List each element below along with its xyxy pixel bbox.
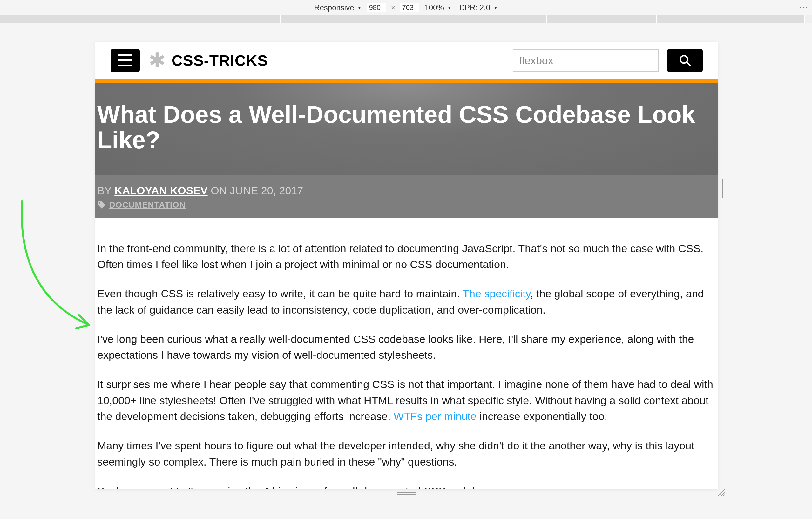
article-meta: BY KALOYAN KOSEV ON JUNE 20, 2017 DOCUME… [95, 175, 718, 218]
simulated-page: ✱ CSS-TRICKS What Does a Well-Documented… [95, 42, 718, 489]
dpr-dropdown[interactable]: DPR: 2.0 [457, 3, 500, 13]
annotation-arrow [13, 198, 102, 347]
viewport-area: ✱ CSS-TRICKS What Does a Well-Documented… [0, 23, 812, 519]
viewport-height-input[interactable]: 703 [400, 3, 419, 12]
more-options-icon[interactable]: ⋮ [799, 3, 808, 12]
ruler [0, 15, 812, 23]
svg-line-1 [687, 62, 690, 66]
resize-handle-corner[interactable] [717, 488, 726, 497]
asterisk-icon: ✱ [149, 50, 166, 71]
wtfs-link[interactable]: WTFs per minute [394, 410, 476, 422]
menu-button[interactable] [111, 49, 140, 72]
author-link[interactable]: KALOYAN KOSEV [114, 185, 207, 196]
site-header: ✱ CSS-TRICKS [95, 42, 718, 79]
devtools-toolbar: Responsive 980 × 703 100% DPR: 2.0 ⋮ [0, 0, 812, 15]
accent-bar [95, 79, 718, 83]
article-title: What Does a Well-Documented CSS Codebase… [95, 102, 718, 153]
svg-point-2 [99, 202, 100, 203]
hero: What Does a Well-Documented CSS Codebase… [95, 83, 718, 175]
resize-handle-right[interactable] [721, 179, 724, 198]
viewport-width-input[interactable]: 980 [367, 3, 386, 12]
resize-handle-bottom[interactable] [397, 492, 416, 495]
tag-icon [97, 200, 106, 209]
search-input[interactable] [513, 49, 659, 72]
search-icon [678, 54, 691, 67]
paragraph: Even though CSS is relatively easy to wr… [97, 285, 716, 318]
site-logo[interactable]: ✱ CSS-TRICKS [149, 50, 268, 71]
logo-text: CSS-TRICKS [172, 52, 268, 69]
device-mode-dropdown[interactable]: Responsive [312, 3, 364, 13]
svg-line-5 [723, 494, 725, 496]
search-button[interactable] [667, 49, 703, 72]
paragraph: Many times I've spent hours to figure ou… [97, 438, 716, 470]
dimension-separator: × [389, 3, 397, 12]
specificity-link[interactable]: The specificity [463, 288, 530, 300]
paragraph: I've long been curious what a really wel… [97, 331, 716, 363]
paragraph: In the front-end community, there is a l… [97, 240, 716, 273]
meta-by-label: BY [97, 185, 112, 196]
tag-link[interactable]: DOCUMENTATION [109, 200, 185, 210]
zoom-dropdown[interactable]: 100% [422, 3, 454, 13]
article-body: In the front-end community, there is a l… [95, 218, 718, 489]
paragraph: It surprises me where I hear people say … [97, 376, 716, 424]
search-form [513, 49, 703, 72]
meta-on-label: ON JUNE 20, 2017 [211, 185, 303, 196]
paragraph: So, here we go! Let's examine the 4 big … [97, 483, 716, 489]
